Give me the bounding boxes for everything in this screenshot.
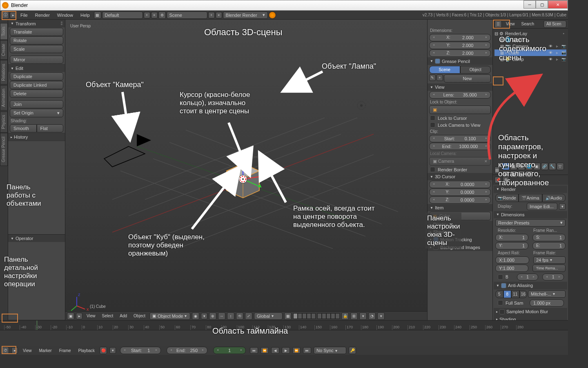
outliner-tree[interactable]: ⊟ ⚙RenderLay▫ ⊞ 🌐World ⊞ 📷Camera👁▹📷 ⊞ ▫C…: [493, 29, 568, 166]
layer-button[interactable]: [317, 313, 322, 319]
tl-collapse-icon[interactable]: ▸: [11, 347, 18, 354]
panel-shading-header[interactable]: ▸Shading: [428, 228, 492, 236]
render-presets-dropdown[interactable]: Render Presets▾: [495, 219, 566, 227]
cursor-z-field[interactable]: ◂Z: 0.0000▸: [429, 196, 491, 204]
render-engine-dropdown[interactable]: Blender Render▾: [223, 11, 268, 19]
fps-dropdown[interactable]: 24 fps ▾: [533, 256, 566, 264]
panel-smblur-header[interactable]: ▸Sampled Motion Blur: [494, 308, 567, 316]
panel-3dcursor-header[interactable]: ▼3D Cursor: [428, 173, 492, 180]
item-name-field[interactable]: ▣Cube: [429, 212, 491, 220]
panel-motion-header[interactable]: ▸Motion Tracking: [428, 236, 492, 243]
shade-smooth-button[interactable]: Smooth: [10, 124, 37, 132]
scene-add-button[interactable]: +: [208, 12, 215, 18]
orientation-dropdown[interactable]: Global ▾: [254, 312, 283, 320]
tl-start-field[interactable]: ◂Start: 1▸: [120, 347, 161, 354]
keying-dd-icon[interactable]: ▾: [109, 347, 116, 354]
scene-del-button[interactable]: ×: [216, 12, 222, 18]
vp-menu-object[interactable]: Object: [131, 314, 148, 318]
panel-display-header[interactable]: ▸Display: [428, 221, 492, 228]
display-extra-icon[interactable]: ▾: [559, 203, 566, 210]
proptab-world-icon[interactable]: 🌐: [526, 163, 533, 170]
proptab-constraints-icon[interactable]: 🔗: [541, 163, 548, 170]
panel-view-header[interactable]: ▼View: [428, 83, 492, 91]
manip-rotate-icon[interactable]: ⟲: [236, 312, 243, 320]
gp-draw-icon[interactable]: ✎: [429, 74, 436, 81]
fullsample-check[interactable]: Full Sam: [495, 299, 527, 307]
filter-size-field[interactable]: 1.000 px: [530, 299, 564, 307]
tl-menu-view[interactable]: View: [20, 348, 34, 353]
editor-type-icon[interactable]: ▣: [67, 312, 74, 320]
panel-transform-header[interactable]: ▼Transform⦙⦙: [8, 20, 65, 27]
layer-button[interactable]: [331, 313, 335, 319]
timeline-editor-icon[interactable]: ⏱: [2, 347, 9, 354]
cursor-x-field[interactable]: ◂X: 0.0000▸: [429, 181, 491, 188]
proptab-object-icon[interactable]: ▣: [533, 163, 541, 170]
maximize-button[interactable]: ▢: [536, 0, 548, 9]
delete-button[interactable]: Delete: [10, 90, 63, 98]
menu-help[interactable]: Help: [77, 13, 93, 18]
gp-add-icon[interactable]: +: [437, 74, 443, 81]
layer-button[interactable]: [322, 313, 326, 319]
collapse-menu-icon[interactable]: ▸: [10, 12, 16, 18]
proptab-modifiers-icon[interactable]: 🔧: [549, 163, 556, 170]
vtab-physics[interactable]: Physics: [0, 111, 8, 132]
dim-y-field[interactable]: ◂Y: 2.000▸: [429, 42, 491, 49]
dim-z-field[interactable]: ◂Z: 2.000▸: [429, 49, 491, 57]
menu-file[interactable]: File: [17, 13, 31, 18]
tl-menu-playback[interactable]: Playback: [76, 348, 98, 353]
lock-icon[interactable]: 🔒: [341, 312, 349, 320]
aspect-y-field[interactable]: Y:1.000: [495, 265, 528, 272]
panel-aa-header[interactable]: ▼Anti-Aliasing: [494, 282, 567, 289]
layout-del-button[interactable]: ×: [151, 12, 158, 18]
vtab-create[interactable]: Create: [0, 40, 8, 60]
clip-start-field[interactable]: ◂Start: 0.100▸: [429, 135, 491, 142]
layer-button[interactable]: [307, 313, 311, 319]
outliner-search[interactable]: Search: [519, 22, 537, 26]
lock-camera-check[interactable]: Lock Camera to View: [428, 121, 492, 128]
tl-menu-marker[interactable]: Marker: [37, 348, 54, 353]
layout-add-button[interactable]: +: [144, 12, 150, 18]
tl-current-field[interactable]: ◂1▸: [213, 347, 246, 354]
pin-icon[interactable]: 📌: [494, 177, 501, 183]
viewport-shading-icon[interactable]: ◉: [192, 312, 199, 320]
lock-object-field[interactable]: ▣: [429, 105, 491, 114]
gp-scene-toggle[interactable]: Scene: [429, 66, 460, 74]
panel-render-header[interactable]: ▼Render: [494, 186, 567, 193]
sync-dropdown[interactable]: No Sync ▾: [314, 347, 346, 354]
pivot-icon[interactable]: ⊕: [209, 312, 216, 320]
layer-button[interactable]: [326, 313, 331, 319]
mirror-button[interactable]: Mirror: [10, 56, 63, 64]
panel-edit-header[interactable]: ▼Edit: [8, 65, 65, 72]
local-camera-field[interactable]: ▣ Camera×: [429, 157, 491, 166]
manip-scale-icon[interactable]: ⤢: [245, 312, 252, 320]
panel-bgimg-header[interactable]: ▸Background Images: [428, 243, 492, 251]
vp-menu-view[interactable]: View: [84, 314, 98, 318]
layer-button[interactable]: [311, 313, 316, 319]
gp-object-toggle[interactable]: Object: [460, 66, 491, 74]
info-editor-icon[interactable]: ⓘ: [2, 11, 9, 19]
jump-start-icon[interactable]: ⏮: [250, 347, 258, 354]
collapse-icon[interactable]: ▸: [76, 313, 82, 319]
menu-window[interactable]: Window: [54, 13, 76, 18]
shade-flat-button[interactable]: Flat: [37, 124, 64, 132]
time-remap-button[interactable]: Time Rema...: [532, 265, 566, 272]
proptab-data-icon[interactable]: ▽: [557, 163, 564, 170]
proptab-render-icon[interactable]: 📷: [502, 163, 510, 170]
scene-dropdown[interactable]: Scene: [167, 11, 207, 19]
join-button[interactable]: Join: [10, 100, 63, 108]
snap-type-icon[interactable]: ▾: [359, 312, 367, 320]
panel-item-header[interactable]: ▼Item: [428, 204, 492, 211]
manip-translate-icon[interactable]: ↕: [227, 312, 234, 320]
duplicate-button[interactable]: Duplicate: [10, 72, 63, 81]
manipulator-icon[interactable]: ↔: [218, 312, 225, 320]
layers-icon[interactable]: ▦: [284, 312, 292, 320]
aspect-x-field[interactable]: X:1.000: [495, 256, 529, 264]
render-tab[interactable]: 📷Rende: [495, 194, 519, 202]
vp-menu-select[interactable]: Select: [100, 314, 116, 318]
audio-tab[interactable]: 🔊Audio: [542, 194, 566, 202]
vtab-grease-pencil[interactable]: Grease Pencil: [0, 133, 8, 166]
translate-button[interactable]: Translate: [10, 28, 63, 36]
layer-button[interactable]: [302, 313, 307, 319]
shading-dd-icon[interactable]: ▾: [201, 313, 207, 319]
anim-tab[interactable]: 🎬Anima: [519, 194, 542, 202]
